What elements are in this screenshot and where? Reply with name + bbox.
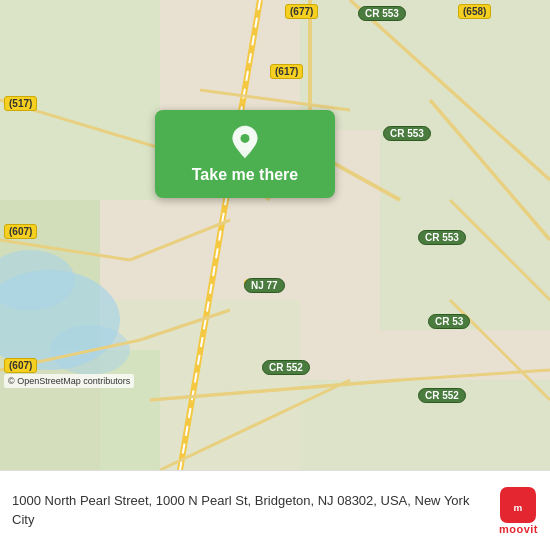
svg-text:m: m [514,502,523,513]
road-label-658: (658) [458,4,491,19]
cta-label: Take me there [192,166,298,184]
osm-credit: © OpenStreetMap contributors [4,374,134,388]
road-label-677: (677) [285,4,318,19]
take-me-there-button[interactable]: Take me there [155,110,335,198]
moovit-text: moovit [499,523,538,535]
moovit-icon: m [500,487,536,523]
road-label-nj77: NJ 77 [244,278,285,293]
location-pin-icon [227,124,263,160]
road-label-cr553a: CR 553 [358,6,406,21]
svg-rect-4 [380,130,550,330]
osm-credit-text: © OpenStreetMap contributors [8,376,130,386]
road-label-cr53: CR 53 [428,314,470,329]
road-label-607a: (607) [4,224,37,239]
svg-rect-3 [300,0,550,130]
road-label-cr553b: CR 553 [383,126,431,141]
road-label-cr552b: CR 552 [418,388,466,403]
address-text: 1000 North Pearl Street, 1000 N Pearl St… [12,492,489,528]
road-label-607b: (607) [4,358,37,373]
map-container: (677) CR 553 (658) (517) (617) CR 553 (6… [0,0,550,470]
road-label-517: (517) [4,96,37,111]
moovit-logo: m moovit [499,487,538,535]
road-label-cr553c: CR 553 [418,230,466,245]
road-label-617: (617) [270,64,303,79]
info-bar: 1000 North Pearl Street, 1000 N Pearl St… [0,470,550,550]
svg-point-31 [241,134,250,143]
road-label-cr552a: CR 552 [262,360,310,375]
